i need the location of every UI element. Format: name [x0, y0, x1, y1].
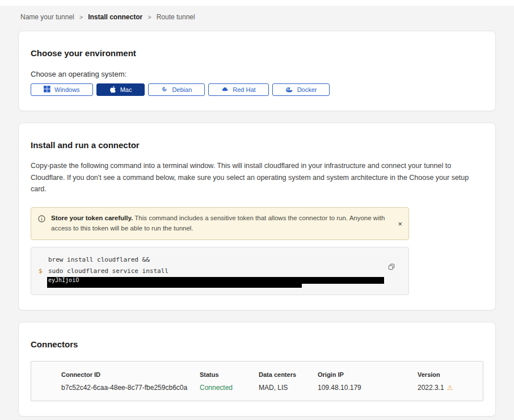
os-button-row: Windows Mac Debian Red Hat	[31, 83, 483, 96]
connectors-card: Connectors Connector ID Status Data cent…	[18, 322, 496, 417]
os-button-mac[interactable]: Mac	[96, 83, 145, 96]
shell-prompt: $	[39, 266, 43, 277]
breadcrumb: Name your tunnel > Install connector > R…	[0, 6, 514, 31]
warning-text: Store your token carefully. This command…	[51, 213, 389, 234]
command-line-1: brew install cloudflared &&	[48, 254, 386, 266]
os-button-label: Docker	[297, 86, 317, 93]
redacted-token-bar	[47, 284, 302, 288]
origin-ip-cell: 109.48.10.179	[318, 384, 418, 392]
column-header-origin-ip: Origin IP	[318, 371, 418, 384]
os-button-redhat[interactable]: Red Hat	[208, 83, 268, 96]
environment-card-title: Choose your environment	[31, 48, 483, 58]
data-centers-cell: MAD, LIS	[259, 384, 318, 392]
close-icon[interactable]: ×	[398, 220, 402, 227]
redhat-icon	[221, 86, 229, 94]
os-button-label: Windows	[54, 86, 80, 93]
breadcrumb-step-route-tunnel[interactable]: Route tunnel	[157, 13, 195, 21]
redacted-token-line: eyJhIjoiO	[47, 277, 384, 284]
copy-icon[interactable]	[387, 262, 396, 273]
table-row: b7c52c42-6caa-48ee-8c77-fbe259cb6c0a Con…	[61, 384, 483, 392]
page: Name your tunnel > Install connector > R…	[0, 0, 514, 420]
info-icon	[38, 215, 45, 225]
version-cell: 2022.3.1⚠	[418, 384, 483, 392]
status-cell: Connected	[200, 384, 259, 392]
token-prefix: eyJhIjoiO	[48, 277, 79, 283]
connectors-card-title: Connectors	[31, 339, 483, 349]
os-button-debian[interactable]: Debian	[148, 83, 205, 96]
connector-id-cell: b7c52c42-6caa-48ee-8c77-fbe259cb6c0a	[61, 384, 200, 392]
column-header-connector-id: Connector ID	[61, 371, 200, 384]
token-warning-banner: Store your token carefully. This command…	[31, 207, 409, 240]
column-header-data-centers: Data centers	[259, 371, 318, 384]
os-button-docker[interactable]: Docker	[272, 83, 330, 96]
install-card-title: Install and run a connector	[31, 140, 483, 150]
debian-icon	[161, 86, 168, 94]
os-button-label: Mac	[120, 86, 132, 93]
breadcrumb-step-name-your-tunnel[interactable]: Name your tunnel	[20, 13, 74, 21]
os-button-windows[interactable]: Windows	[31, 83, 93, 96]
choose-environment-card: Choose your environment Choose an operat…	[18, 31, 496, 111]
windows-icon	[44, 86, 50, 94]
os-select-label: Choose an operating system:	[31, 70, 483, 78]
os-button-label: Debian	[172, 86, 192, 93]
docker-icon	[285, 86, 293, 94]
top-strip	[0, 0, 514, 6]
column-header-status: Status	[200, 371, 259, 384]
warning-triangle-icon: ⚠	[447, 384, 453, 392]
install-command-code-block: $ brew install cloudflared && sudo cloud…	[31, 247, 409, 295]
install-description: Copy-paste the following command into a …	[31, 160, 483, 195]
column-header-version: Version	[418, 371, 483, 384]
connectors-table: Connector ID Status Data centers Origin …	[31, 361, 483, 401]
breadcrumb-step-install-connector[interactable]: Install connector	[88, 13, 142, 21]
warning-bold-text: Store your token carefully.	[51, 215, 133, 221]
command-line-2: sudo cloudflared service install	[48, 266, 386, 277]
install-connector-card: Install and run a connector Copy-paste t…	[18, 123, 496, 310]
apple-icon	[109, 86, 116, 94]
breadcrumb-separator: >	[148, 14, 151, 20]
connectors-table-header: Connector ID Status Data centers Origin …	[61, 371, 483, 384]
os-button-label: Red Hat	[233, 86, 255, 93]
breadcrumb-separator: >	[79, 14, 83, 20]
